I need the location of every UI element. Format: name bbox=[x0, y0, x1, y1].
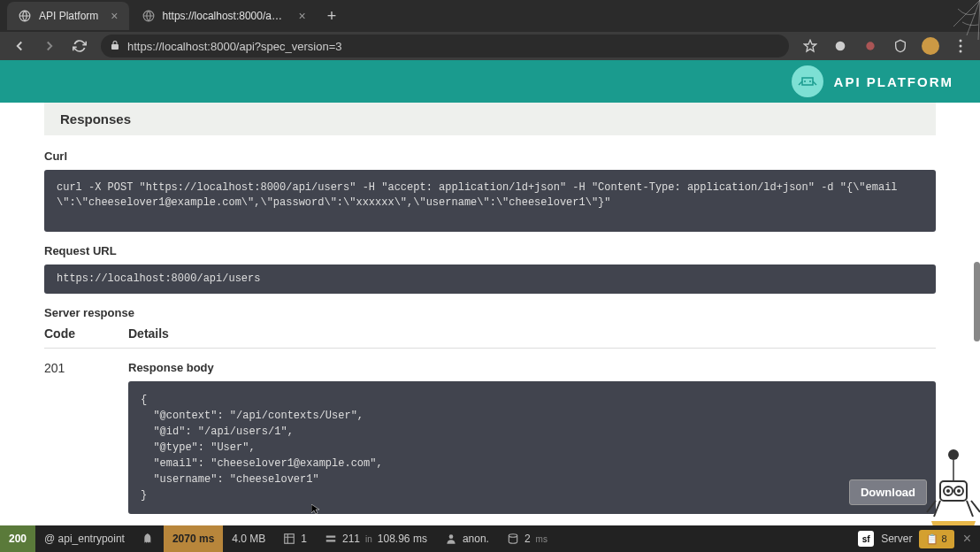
table-row: 201 Response body { "@context": "/api/co… bbox=[44, 361, 936, 525]
server-label: Server bbox=[881, 533, 912, 545]
extension-icon[interactable] bbox=[831, 39, 849, 53]
curl-code[interactable]: curl -X POST "https://localhost:8000/api… bbox=[44, 170, 936, 232]
download-button[interactable]: Download bbox=[849, 479, 927, 505]
username: anon. bbox=[463, 533, 489, 545]
svg-point-20 bbox=[449, 534, 454, 539]
response-json: { "@context": "/api/contexts/User", "@id… bbox=[141, 394, 383, 502]
reload-button[interactable] bbox=[71, 39, 88, 53]
query-count: 2 bbox=[524, 533, 531, 545]
badge-count[interactable]: 📋 8 bbox=[919, 530, 953, 548]
details-column-header: Details bbox=[128, 326, 936, 341]
scrollbar[interactable] bbox=[974, 262, 980, 341]
svg-point-2 bbox=[836, 42, 846, 51]
forward-button[interactable] bbox=[41, 38, 58, 54]
browser-tab-active[interactable]: API Platform × bbox=[7, 2, 129, 30]
mascot-decoration bbox=[918, 437, 980, 525]
svg-rect-19 bbox=[285, 534, 295, 544]
forms-icon[interactable]: 1 bbox=[274, 525, 316, 552]
form-count: 1 bbox=[301, 533, 307, 545]
svg-point-18 bbox=[957, 489, 961, 493]
close-toolbar-button[interactable]: × bbox=[954, 531, 980, 547]
response-body-label: Response body bbox=[128, 361, 936, 374]
url-input[interactable]: https://localhost:8000/api?spec_version=… bbox=[101, 34, 789, 58]
app-banner: API PLATFORM bbox=[0, 60, 980, 103]
brand-logo-icon bbox=[792, 65, 823, 97]
shield-icon[interactable] bbox=[892, 39, 909, 53]
server-info[interactable]: sf Server 📋 8 bbox=[858, 530, 954, 548]
db-queries[interactable]: 2 ms bbox=[498, 525, 556, 552]
svg-rect-7 bbox=[802, 78, 813, 85]
badge-value: 8 bbox=[942, 533, 947, 544]
svg-point-17 bbox=[946, 489, 950, 493]
code-column-header: Code bbox=[44, 326, 128, 341]
route-name[interactable]: @ api_entrypoint bbox=[35, 525, 134, 552]
back-button[interactable] bbox=[11, 38, 28, 54]
request-timing: 108.96 ms bbox=[378, 533, 427, 545]
main-content: Responses Curl curl -X POST "https://loc… bbox=[0, 103, 980, 525]
debug-toolbar: 200 @ api_entrypoint 2070 ms 4.0 MB 1 21… bbox=[0, 525, 980, 552]
lock-icon bbox=[110, 38, 120, 54]
tab-bar: API Platform × https://localhost:8000/ap… bbox=[0, 0, 980, 32]
svg-point-9 bbox=[809, 80, 811, 82]
close-icon[interactable]: × bbox=[111, 9, 118, 23]
status-code: 201 bbox=[44, 361, 128, 525]
request-count: 211 bbox=[342, 533, 360, 545]
star-icon[interactable] bbox=[801, 39, 819, 53]
memory-usage[interactable]: 4.0 MB bbox=[223, 525, 274, 552]
tab-title: https://localhost:8000/api/doc bbox=[163, 10, 287, 22]
curl-label: Curl bbox=[44, 150, 936, 163]
extension-icon-2[interactable] bbox=[861, 39, 879, 53]
svg-point-8 bbox=[804, 80, 806, 82]
svg-point-3 bbox=[866, 42, 874, 50]
response-table: Code Details 201 Response body { "@conte… bbox=[44, 326, 936, 525]
tab-title: API Platform bbox=[39, 10, 98, 22]
new-tab-button[interactable]: + bbox=[318, 7, 346, 26]
symfony-icon: sf bbox=[858, 531, 874, 547]
request-time[interactable]: 2070 ms bbox=[164, 525, 223, 552]
user-info[interactable]: anon. bbox=[436, 525, 498, 552]
browser-chrome: API Platform × https://localhost:8000/ap… bbox=[0, 0, 980, 60]
svg-point-21 bbox=[509, 534, 517, 538]
in-label: in bbox=[365, 534, 372, 544]
response-details: Response body { "@context": "/api/contex… bbox=[128, 361, 936, 525]
request-url-code[interactable]: https://localhost:8000/api/users bbox=[44, 264, 936, 294]
request-url-label: Request URL bbox=[44, 244, 936, 257]
response-body-code[interactable]: { "@context": "/api/contexts/User", "@id… bbox=[128, 381, 936, 514]
globe-icon bbox=[18, 9, 32, 23]
responses-heading: Responses bbox=[44, 103, 936, 135]
brand[interactable]: API PLATFORM bbox=[792, 65, 953, 97]
globe-icon bbox=[142, 9, 156, 23]
svg-point-12 bbox=[948, 449, 959, 460]
server-response-label: Server response bbox=[44, 306, 936, 319]
close-icon[interactable]: × bbox=[299, 9, 306, 23]
ajax-requests[interactable]: 211 in 108.96 ms bbox=[316, 525, 436, 552]
brand-text: API PLATFORM bbox=[834, 74, 953, 89]
ghost-icon[interactable] bbox=[134, 525, 164, 552]
address-bar: https://localhost:8000/api?spec_version=… bbox=[0, 32, 980, 60]
table-header-row: Code Details bbox=[44, 326, 936, 349]
http-status[interactable]: 200 bbox=[0, 525, 35, 552]
query-time-unit: ms bbox=[536, 534, 547, 544]
url-text: https://localhost:8000/api?spec_version=… bbox=[127, 40, 780, 53]
browser-tab[interactable]: https://localhost:8000/api/doc × bbox=[131, 2, 317, 30]
spider-web-decoration bbox=[918, 0, 980, 53]
